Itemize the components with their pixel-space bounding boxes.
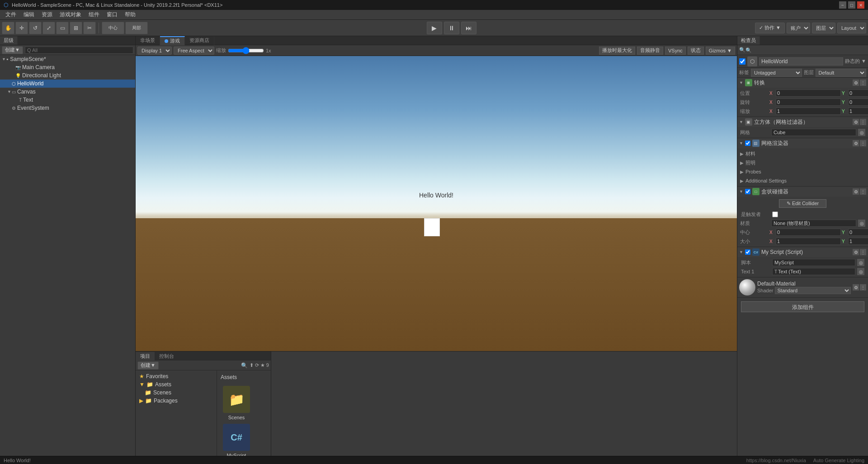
- script-more-button[interactable]: ⋮: [860, 249, 866, 255]
- menu-help[interactable]: 帮助: [121, 10, 139, 19]
- store-tab[interactable]: 资源商店: [185, 36, 214, 45]
- hierarchy-search-input[interactable]: [25, 47, 133, 54]
- trigger-checkbox[interactable]: [772, 211, 778, 217]
- transform-tool-button[interactable]: ⊞: [70, 22, 82, 34]
- collider-material-button[interactable]: ◎: [858, 220, 865, 227]
- play-button[interactable]: ▶: [427, 22, 442, 34]
- packages-item[interactable]: ▶ 📁 Packages: [136, 397, 217, 405]
- rotation-y-input[interactable]: [848, 98, 868, 106]
- step-button[interactable]: ⏭: [461, 22, 476, 34]
- move-tool-button[interactable]: ✛: [15, 22, 28, 34]
- mute-button[interactable]: 音频静音: [637, 47, 663, 55]
- custom-tool-button[interactable]: ✂: [83, 22, 96, 34]
- hierarchy-create-button[interactable]: 创建▼: [2, 46, 23, 54]
- minimize-button[interactable]: −: [839, 1, 846, 9]
- scene-tab[interactable]: 非场景: [136, 36, 160, 45]
- script-settings-button[interactable]: ⚙: [853, 249, 859, 255]
- project-tab[interactable]: 项目: [136, 352, 155, 361]
- scale-x-input[interactable]: [776, 108, 841, 115]
- hierarchy-eventsystem[interactable]: ⚙ EventSystem: [0, 104, 135, 112]
- hierarchy-canvas[interactable]: ▼ ▭ Canvas: [0, 88, 135, 96]
- box-collider-header[interactable]: ▼ □ 盒状碰撞器 ⚙ ⋮: [737, 187, 868, 197]
- script-header[interactable]: ▼ C# My Script (Script) ⚙ ⋮: [737, 247, 868, 257]
- hierarchy-directional-light[interactable]: 💡 Directional Light: [0, 71, 135, 80]
- box-collider-settings-button[interactable]: ⚙: [853, 188, 859, 195]
- transform-header[interactable]: ▼ ⊞ 转换 ⚙ ⋮: [737, 78, 868, 88]
- mesh-select-button[interactable]: ◎: [858, 129, 865, 136]
- layout-select[interactable]: Layout: [837, 23, 866, 33]
- project-create-button[interactable]: 创建▼: [137, 361, 159, 370]
- maximize-button[interactable]: □: [848, 1, 855, 9]
- mesh-renderer-more-button[interactable]: ⋮: [860, 140, 866, 146]
- layer-select[interactable]: 图层: [812, 23, 835, 33]
- text1-select-button[interactable]: ◎: [857, 268, 864, 275]
- console-tab[interactable]: 控制台: [155, 352, 179, 361]
- rotate-tool-button[interactable]: ↺: [29, 22, 42, 34]
- scale-y-input[interactable]: [848, 108, 868, 115]
- scenes-asset[interactable]: 📁 Scenes: [221, 386, 252, 420]
- hierarchy-tab[interactable]: 层级: [0, 36, 18, 45]
- favorites-item[interactable]: ★ Favorites: [136, 372, 217, 380]
- pause-button[interactable]: ⏸: [444, 22, 459, 34]
- position-x-input[interactable]: [776, 89, 841, 97]
- shader-select[interactable]: Standard: [775, 287, 851, 294]
- global-button[interactable]: 局部: [125, 22, 148, 34]
- assets-item[interactable]: ▼ 📁 Assets: [136, 380, 217, 389]
- vsync-button[interactable]: VSync: [665, 47, 686, 55]
- menu-window[interactable]: 窗口: [103, 10, 121, 19]
- scene-root-item[interactable]: ▼ ▪ SampleScene*: [0, 55, 135, 63]
- stats-button[interactable]: 状态: [688, 47, 704, 55]
- inspector-search-input[interactable]: [745, 47, 866, 53]
- maximize-button[interactable]: 播放时最大化: [599, 47, 635, 55]
- menu-assets[interactable]: 资源: [38, 10, 56, 19]
- hierarchy-helloworld[interactable]: ⬡ HelloWorld: [0, 80, 135, 88]
- material-more-button[interactable]: ⋮: [860, 284, 866, 291]
- box-collider-checkbox[interactable]: [745, 189, 750, 194]
- menu-component[interactable]: 组件: [85, 10, 103, 19]
- add-component-button[interactable]: 添加组件: [741, 301, 864, 312]
- scenes-item[interactable]: 📁 Scenes: [136, 389, 217, 397]
- hand-tool-button[interactable]: ✋: [2, 22, 14, 34]
- layer-select[interactable]: Default: [816, 69, 867, 77]
- menu-edit[interactable]: 编辑: [20, 10, 38, 19]
- myscript-asset[interactable]: C# MyScript: [221, 424, 252, 458]
- mesh-renderer-header[interactable]: ▼ ▤ 网格渲染器 ⚙ ⋮: [737, 138, 868, 148]
- rect-tool-button[interactable]: ▭: [56, 22, 69, 34]
- aspect-select[interactable]: Free Aspect: [174, 47, 214, 55]
- collab-button[interactable]: ✓ 协作 ▼: [755, 23, 785, 33]
- mesh-renderer-checkbox[interactable]: [745, 141, 750, 146]
- box-collider-more-button[interactable]: ⋮: [860, 188, 866, 195]
- mesh-renderer-settings-button[interactable]: ⚙: [853, 140, 859, 146]
- scale-slider[interactable]: [228, 47, 264, 54]
- csize-y-input[interactable]: [848, 238, 868, 245]
- mesh-filter-settings-button[interactable]: ⚙: [853, 119, 859, 125]
- gizmos-button[interactable]: Gizmos ▼: [706, 47, 735, 55]
- script-select-button[interactable]: ◎: [857, 259, 864, 266]
- edit-collider-button[interactable]: ✎ Edit Collider: [779, 199, 826, 208]
- menu-gameobject[interactable]: 游戏对象: [56, 10, 85, 19]
- pivot-button[interactable]: 中心: [102, 22, 124, 34]
- tag-select[interactable]: Untagged: [751, 69, 802, 77]
- csize-x-input[interactable]: [776, 238, 841, 245]
- inspector-tab[interactable]: 检查员: [737, 36, 760, 45]
- game-tab[interactable]: 游戏: [160, 36, 185, 45]
- mesh-filter-more-button[interactable]: ⋮: [860, 119, 866, 125]
- hierarchy-main-camera[interactable]: 📷 Main Camera: [0, 63, 135, 71]
- script-checkbox[interactable]: [745, 249, 750, 255]
- object-name-input[interactable]: [759, 57, 843, 66]
- menu-file[interactable]: 文件: [2, 10, 20, 19]
- mesh-filter-header[interactable]: ▼ ▣ 立方体（网格过滤器） ⚙ ⋮: [737, 117, 868, 127]
- material-settings-button[interactable]: ⚙: [853, 284, 859, 291]
- close-button[interactable]: ✕: [857, 1, 864, 9]
- center-x-input[interactable]: [776, 229, 841, 236]
- center-y-input[interactable]: [848, 229, 868, 236]
- transform-settings-button[interactable]: ⚙: [853, 80, 859, 86]
- account-select[interactable]: 账户: [787, 23, 810, 33]
- transform-more-button[interactable]: ⋮: [860, 80, 866, 86]
- hierarchy-text[interactable]: T Text: [0, 96, 135, 104]
- display-select[interactable]: Display 1: [137, 47, 172, 55]
- position-y-input[interactable]: [848, 89, 868, 97]
- object-active-checkbox[interactable]: [739, 58, 745, 65]
- scale-tool-button[interactable]: ⤢: [42, 22, 55, 34]
- rotation-x-input[interactable]: [776, 98, 841, 106]
